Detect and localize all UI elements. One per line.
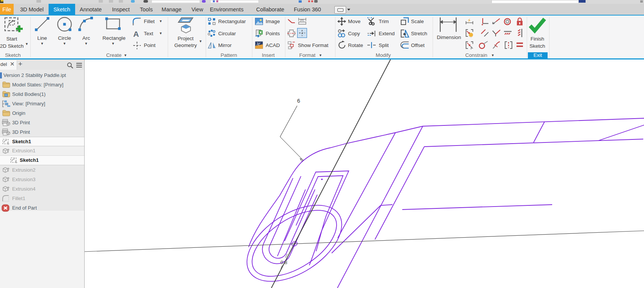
svg-text:6: 6 bbox=[297, 98, 300, 104]
svg-text:(x): (x) bbox=[300, 18, 304, 22]
svg-text:0.8: 0.8 bbox=[280, 260, 287, 265]
